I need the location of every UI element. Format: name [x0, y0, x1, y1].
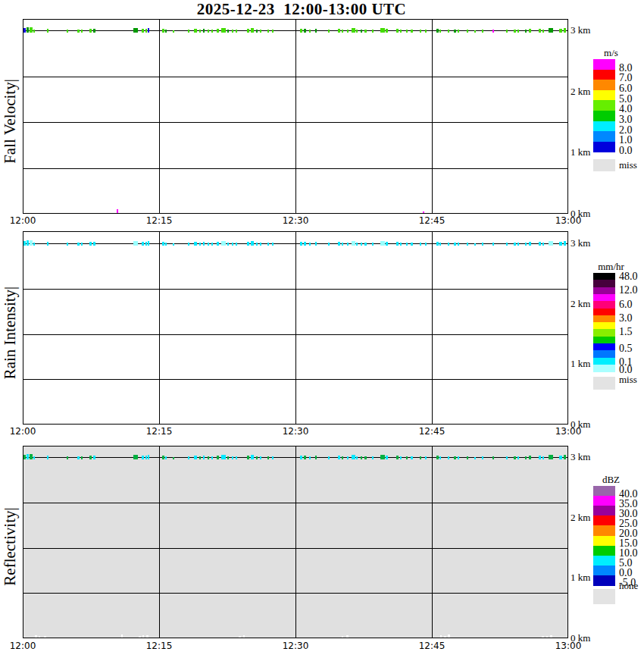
- data-mark: [173, 30, 174, 33]
- data-mark: [542, 456, 544, 459]
- data-mark: [165, 243, 167, 246]
- data-mark: [27, 27, 29, 33]
- data-mark: [420, 30, 421, 33]
- colorbar-label: 0.5: [619, 343, 633, 355]
- data-mark: [199, 30, 201, 33]
- data-mark: [81, 243, 83, 246]
- data-mark: [93, 456, 95, 459]
- data-mark: [260, 243, 261, 246]
- data-mark: [145, 29, 147, 33]
- data-mark: [300, 456, 302, 459]
- data-mark: [423, 212, 424, 213]
- data-mark: [492, 30, 494, 33]
- data-mark: [559, 29, 562, 33]
- data-mark: [142, 635, 144, 638]
- data-mark: [139, 636, 141, 638]
- data-mark: [514, 243, 516, 246]
- data-mark: [539, 456, 541, 459]
- time-axis-label: 12:15: [146, 215, 173, 226]
- data-mark: [474, 243, 476, 246]
- colorbar-missing-label: miss: [619, 374, 637, 386]
- data-mark: [458, 243, 459, 246]
- data-mark: [567, 240, 568, 246]
- colorbar-missing-label: miss: [619, 159, 637, 171]
- data-mark: [372, 30, 374, 33]
- data-mark: [35, 635, 37, 638]
- data-mark: [346, 635, 349, 638]
- panel-ylabel-rain-intensity: Rain Intensity|: [1, 286, 20, 379]
- data-mark: [93, 29, 95, 33]
- data-mark: [173, 457, 174, 459]
- colorbar-segment: [593, 142, 615, 152]
- data-mark: [247, 29, 249, 33]
- data-mark: [564, 28, 566, 33]
- data-mark: [304, 29, 306, 33]
- data-mark: [267, 243, 269, 246]
- data-mark: [315, 242, 317, 246]
- data-mark: [217, 29, 219, 33]
- data-mark: [304, 242, 306, 246]
- time-axis-label: 12:45: [419, 426, 445, 437]
- data-mark: [448, 634, 450, 638]
- data-mark: [47, 242, 48, 246]
- data-mark: [232, 30, 233, 33]
- colorbar-title-reflectivity: dBZ: [602, 474, 620, 486]
- data-mark: [364, 30, 367, 33]
- data-mark: [458, 30, 459, 33]
- data-mark: [256, 243, 258, 246]
- data-mark: [208, 30, 209, 33]
- time-axis-label: 12:45: [419, 641, 445, 651]
- data-mark: [361, 30, 362, 33]
- time-axis-label: 12:15: [146, 641, 173, 651]
- data-mark: [221, 28, 226, 33]
- data-mark: [33, 456, 35, 459]
- data-mark: [142, 456, 144, 459]
- data-mark: [549, 455, 553, 459]
- data-mark: [539, 29, 541, 33]
- data-mark: [425, 243, 427, 246]
- colorbar-segment: [593, 100, 615, 111]
- colorbar-label: 48.0: [619, 271, 638, 283]
- data-mark: [454, 30, 456, 33]
- colorbar-segment: [593, 486, 615, 497]
- time-axis-label: 12:30: [283, 215, 309, 226]
- gridline-vertical: [295, 232, 296, 424]
- data-mark: [364, 243, 367, 246]
- data-mark: [328, 243, 330, 246]
- data-mark: [352, 28, 355, 33]
- data-mark: [67, 456, 68, 459]
- data-mark: [221, 241, 226, 246]
- panel-ylabel-fall-velocity: Fall Velocity|: [1, 79, 20, 164]
- colorbar-segment: [593, 575, 615, 586]
- data-mark: [67, 30, 68, 33]
- data-mark: [188, 456, 189, 459]
- height-axis-label: 2 km: [571, 86, 590, 98]
- panel-ylabel-reflectivity: Reflectivity|: [1, 507, 20, 585]
- data-mark: [67, 243, 68, 246]
- data-mark: [420, 456, 421, 459]
- data-mark: [199, 243, 201, 246]
- data-mark: [30, 240, 33, 246]
- data-mark: [448, 30, 449, 33]
- data-mark: [482, 243, 483, 246]
- data-mark: [251, 455, 254, 459]
- data-mark: [188, 243, 189, 246]
- data-mark: [506, 30, 508, 33]
- data-mark: [23, 28, 26, 33]
- data-mark: [506, 456, 508, 459]
- data-mark: [272, 30, 274, 33]
- data-mark: [232, 456, 233, 459]
- data-mark: [133, 241, 138, 246]
- data-mark: [162, 456, 164, 459]
- data-mark: [549, 28, 553, 33]
- data-mark: [117, 209, 118, 213]
- data-mark: [328, 456, 330, 459]
- data-mark: [567, 27, 568, 33]
- data-mark: [564, 455, 566, 459]
- colorbar-segment: [593, 121, 615, 132]
- data-mark: [145, 242, 147, 246]
- data-mark: [194, 456, 197, 459]
- data-mark: [386, 242, 388, 246]
- colorbar-segment: [593, 525, 615, 536]
- data-mark: [309, 30, 311, 33]
